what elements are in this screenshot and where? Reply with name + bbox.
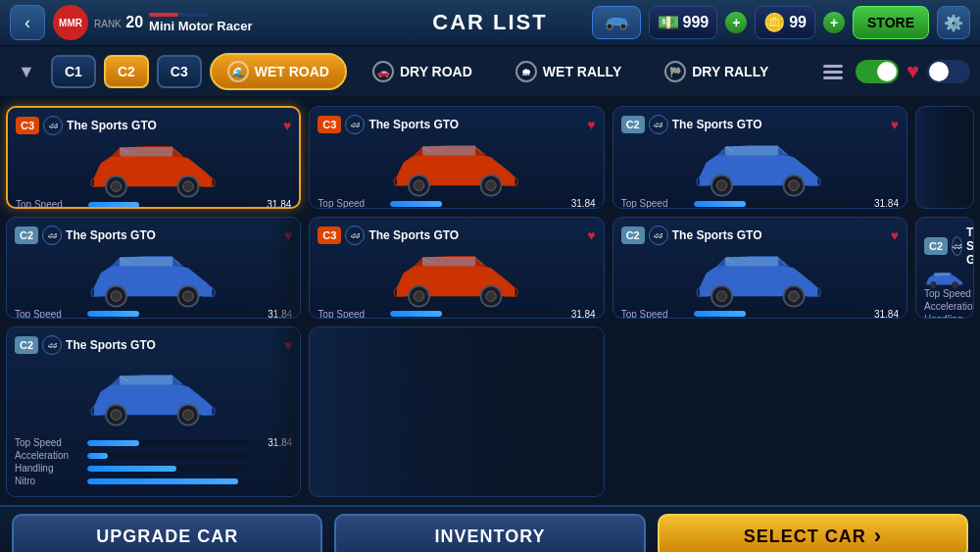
- heart-toggle[interactable]: [927, 60, 970, 83]
- stat-nitro: Nitro: [15, 476, 292, 486]
- car-card-partial[interactable]: [915, 106, 974, 209]
- bottom-bar: UPGRADE CAR INVENTORY SELECT CAR ›: [0, 505, 980, 552]
- stats-area: Top Speed 31.84 Acceleration Handling: [15, 437, 292, 488]
- svg-rect-2: [120, 147, 172, 157]
- heart-filter-icon[interactable]: ♥: [906, 59, 919, 84]
- car-name: The Sports GTO: [672, 118, 887, 131]
- stats-area: Top Speed 31.84 Acceleration 12.45 Handl…: [16, 199, 291, 208]
- car-card[interactable]: C2 🏎 The Sports GTO ♥ Top Speed 31.84: [612, 217, 907, 320]
- stat-value: 31.84: [557, 198, 596, 208]
- currency1-value: 999: [683, 14, 710, 31]
- select-car-label: SELECT CAR: [744, 527, 866, 547]
- stat-label: Top Speed: [318, 198, 386, 208]
- stat-bar: [87, 466, 176, 472]
- car-image: [15, 359, 292, 437]
- category-c3-button[interactable]: C3: [157, 55, 202, 88]
- inventory-button[interactable]: INVENTORY: [334, 514, 645, 552]
- list-view-button[interactable]: [818, 57, 848, 86]
- stat-top-speed: Top Speed 31.84: [318, 309, 595, 319]
- car-card[interactable]: C2 🏎 The Sports GTO ♥ Top Speed 31.84: [612, 106, 907, 209]
- car-card[interactable]: C2 🏎 The Sports GTO ♥ Top Speed 31.84: [915, 217, 974, 320]
- car-icon-button[interactable]: [592, 6, 641, 39]
- car-card[interactable]: C2 🏎 The Sports GTO ♥ Top Speed 31.84: [6, 217, 301, 320]
- currency1-add-button[interactable]: +: [725, 12, 747, 33]
- car-image: [15, 249, 292, 309]
- tab-dry-road[interactable]: 🚗 DRY ROAD: [355, 53, 490, 90]
- car-name: The Sports GTO: [368, 228, 583, 242]
- stat-bar: [694, 311, 746, 317]
- dry-road-label: DRY ROAD: [400, 64, 472, 79]
- car-name: The Sports GTO: [67, 119, 279, 132]
- stat-label: Top Speed: [924, 288, 974, 299]
- currency1-box: 💵 999: [649, 6, 718, 39]
- car-heart-icon[interactable]: ♥: [283, 118, 291, 133]
- store-button[interactable]: STORE: [853, 6, 929, 39]
- svg-point-4: [111, 181, 122, 192]
- svg-rect-7: [422, 146, 475, 156]
- svg-point-11: [486, 180, 497, 191]
- card-header: C2 🏎 The Sports GTO ♥: [15, 335, 292, 355]
- svg-rect-32: [935, 273, 951, 276]
- stat-top-speed: Top Speed 31.84: [621, 198, 899, 208]
- stats-area: Top Speed 31.84 Acceleration 12.45 Handl…: [924, 288, 965, 319]
- stat-acceleration: Acceleration: [15, 450, 292, 461]
- stat-top-speed: Top Speed 31.84: [16, 199, 291, 208]
- select-car-button[interactable]: SELECT CAR ›: [658, 514, 968, 552]
- car-image: [16, 139, 291, 199]
- stats-area: Top Speed 31.84 Acceleration 12.45 Handl…: [15, 309, 292, 319]
- svg-rect-27: [725, 256, 778, 266]
- svg-point-6: [182, 181, 193, 192]
- card-header: C2 🏎 The Sports GTO ♥: [924, 226, 965, 267]
- svg-rect-17: [120, 256, 172, 266]
- tab-wet-rally[interactable]: 🌧 WET RALLY: [498, 53, 639, 90]
- tab-wet-road[interactable]: 🌊 WET ROAD: [210, 53, 347, 90]
- stat-bar-bg: [87, 440, 249, 446]
- car-image: [318, 249, 595, 309]
- car-heart-icon[interactable]: ♥: [587, 227, 595, 243]
- stat-acceleration: Acceleration 12.45: [924, 301, 965, 312]
- view-toggle[interactable]: [856, 60, 899, 83]
- stat-bar-bg: [694, 311, 856, 317]
- filter-bar: ▼ C1 C2 C3 🌊 WET ROAD 🚗 DRY ROAD 🌧 WET R…: [0, 47, 980, 98]
- stat-label: Acceleration: [15, 450, 83, 461]
- car-card[interactable]: C3 🏎 The Sports GTO ♥ Top Speed 31.84: [309, 217, 604, 320]
- stat-label: Top Speed: [16, 199, 84, 208]
- car-heart-icon[interactable]: ♥: [891, 117, 899, 132]
- car-badge: C2: [924, 237, 948, 255]
- car-heart-icon[interactable]: ♥: [891, 227, 899, 243]
- tab-dry-rally[interactable]: 🏁 DRY RALLY: [647, 53, 786, 90]
- car-name: The Sports GTO: [966, 226, 974, 267]
- logo-area: MMR RANK 20 Mini Motor Racer: [53, 5, 253, 40]
- dry-road-icon: 🚗: [372, 61, 394, 82]
- car-image: [318, 138, 595, 198]
- svg-point-36: [954, 282, 956, 285]
- svg-point-29: [717, 290, 728, 301]
- car-card[interactable]: C3 🏎 The Sports GTO ♥ Top Speed 31.84: [6, 106, 301, 209]
- stat-handling: Handling: [15, 463, 292, 474]
- stat-label: Top Speed: [15, 309, 83, 319]
- currency2-add-button[interactable]: +: [823, 12, 845, 33]
- header: ‹ MMR RANK 20 Mini Motor Racer CAR LIST …: [0, 0, 980, 47]
- filter-icon[interactable]: ▼: [10, 55, 43, 88]
- back-button[interactable]: ‹: [10, 5, 45, 40]
- stat-bar: [87, 440, 139, 446]
- card-header: C3 🏎 The Sports GTO ♥: [16, 116, 291, 135]
- settings-button[interactable]: ⚙️: [937, 6, 970, 39]
- car-brand-icon: 🏎: [345, 115, 365, 134]
- car-card-partial[interactable]: [309, 326, 604, 497]
- card-header: C3 🏎 The Sports GTO ♥: [318, 115, 595, 134]
- card-header: C3 🏎 The Sports GTO ♥: [318, 226, 595, 245]
- svg-point-0: [607, 24, 612, 29]
- car-heart-icon[interactable]: ♥: [587, 117, 595, 132]
- upgrade-car-button[interactable]: UPGRADE CAR: [12, 514, 322, 552]
- car-card[interactable]: C2 🏎 The Sports GTO ♥ Top Speed 31.84: [6, 326, 301, 497]
- category-c2-button[interactable]: C2: [104, 55, 149, 88]
- toggle-knob: [877, 62, 897, 81]
- category-c1-button[interactable]: C1: [51, 55, 96, 88]
- stat-label: Top Speed: [621, 198, 690, 208]
- car-card[interactable]: C3 🏎 The Sports GTO ♥ Top Speed 31.84: [309, 106, 604, 209]
- stat-top-speed: Top Speed 31.84: [318, 198, 595, 208]
- stat-label: Top Speed: [621, 309, 690, 319]
- stat-bar: [390, 201, 442, 207]
- svg-point-9: [414, 180, 424, 191]
